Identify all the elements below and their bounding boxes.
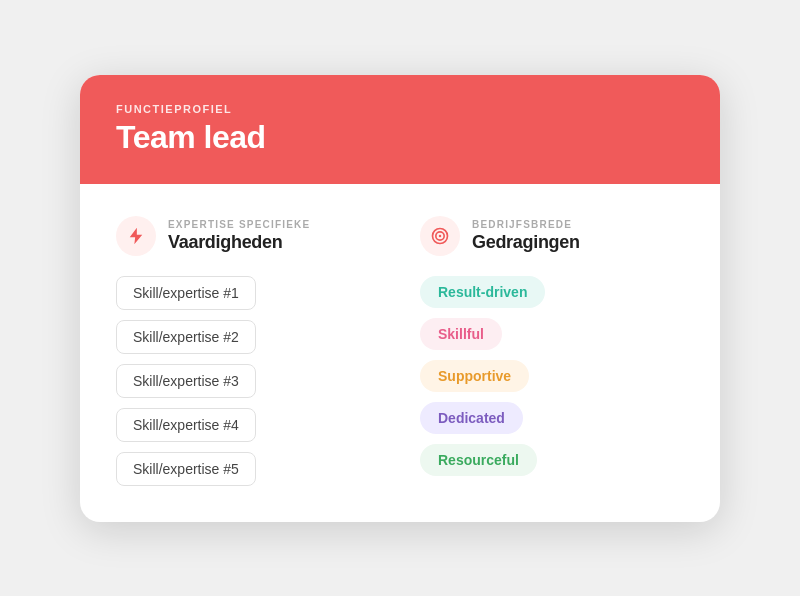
skill-item: Skill/expertise #3 <box>116 364 256 398</box>
behaviors-title: Gedragingen <box>472 232 580 253</box>
skill-item: Skill/expertise #1 <box>116 276 256 310</box>
behavior-item: Result-driven <box>420 276 545 308</box>
skill-item: Skill/expertise #2 <box>116 320 256 354</box>
skill-item: Skill/expertise #5 <box>116 452 256 486</box>
behaviors-column-header: Bedrijfsbrede Gedragingen <box>420 216 684 256</box>
behavior-item: Supportive <box>420 360 529 392</box>
skills-header-text: Expertise Specifieke Vaardigheden <box>168 219 310 253</box>
target-icon <box>420 216 460 256</box>
columns-container: Expertise Specifieke Vaardigheden Skill/… <box>116 216 684 486</box>
skill-item: Skill/expertise #4 <box>116 408 256 442</box>
skills-subtitle: Expertise Specifieke <box>168 219 310 230</box>
lightning-icon <box>116 216 156 256</box>
behavior-item: Resourceful <box>420 444 537 476</box>
profile-card: Functieprofiel Team lead Expertise Speci… <box>80 75 720 522</box>
behavior-item: Skillful <box>420 318 502 350</box>
card-body: Expertise Specifieke Vaardigheden Skill/… <box>80 184 720 522</box>
skills-title: Vaardigheden <box>168 232 310 253</box>
skills-column-header: Expertise Specifieke Vaardigheden <box>116 216 380 256</box>
behaviors-subtitle: Bedrijfsbrede <box>472 219 580 230</box>
card-header: Functieprofiel Team lead <box>80 75 720 184</box>
header-subtitle: Functieprofiel <box>116 103 684 115</box>
behavior-item: Dedicated <box>420 402 523 434</box>
behaviors-list: Result-drivenSkillfulSupportiveDedicated… <box>420 276 684 476</box>
behaviors-column: Bedrijfsbrede Gedragingen Result-drivenS… <box>420 216 684 486</box>
svg-point-2 <box>439 234 442 237</box>
behaviors-header-text: Bedrijfsbrede Gedragingen <box>472 219 580 253</box>
skills-list: Skill/expertise #1Skill/expertise #2Skil… <box>116 276 380 486</box>
skills-column: Expertise Specifieke Vaardigheden Skill/… <box>116 216 380 486</box>
header-title: Team lead <box>116 119 684 156</box>
